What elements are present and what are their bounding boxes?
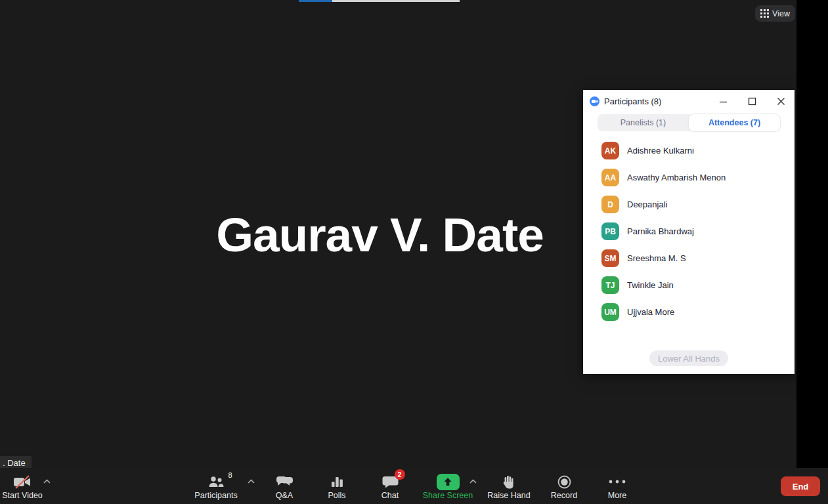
- participants-count-badge: 8: [228, 471, 232, 479]
- participants-tabs: Panelists (1) Attendees (7): [598, 114, 780, 131]
- self-video-name-tag: . Date: [0, 456, 32, 469]
- attendee-avatar: PB: [601, 222, 619, 240]
- maximize-icon[interactable]: [748, 97, 756, 106]
- participants-label: Participants: [194, 491, 237, 500]
- more-label: More: [608, 491, 626, 500]
- zoom-webinar-window: View Gaurav V. Date . Date Participants …: [0, 0, 828, 504]
- tab-panelists[interactable]: Panelists (1): [598, 114, 689, 131]
- attendee-name: Twinkle Jain: [627, 280, 674, 290]
- polls-icon: [331, 476, 343, 488]
- attendee-row[interactable]: UM Ujjvala More: [583, 299, 795, 326]
- record-button[interactable]: Record: [544, 468, 584, 504]
- more-button[interactable]: More: [598, 468, 637, 504]
- view-button-label: View: [772, 9, 790, 18]
- attendee-avatar: UM: [601, 303, 619, 321]
- share-screen-options-chevron[interactable]: [468, 477, 477, 485]
- view-button[interactable]: View: [755, 5, 795, 22]
- start-video-button[interactable]: Start Video: [0, 468, 45, 504]
- attendee-name: Deepanjali: [627, 200, 667, 209]
- share-screen-label: Share Screen: [423, 491, 473, 500]
- close-icon[interactable]: [777, 97, 785, 106]
- raise-hand-label: Raise Hand: [487, 491, 530, 500]
- qa-label: Q&A: [276, 491, 293, 500]
- more-dots-icon: [609, 480, 626, 484]
- lower-all-hands-button[interactable]: Lower All Hands: [649, 350, 728, 366]
- attendee-row[interactable]: AK Adishree Kulkarni: [583, 137, 795, 164]
- chat-button[interactable]: 2 Chat: [370, 468, 410, 504]
- polls-label: Polls: [328, 491, 345, 500]
- window-controls: [719, 97, 785, 106]
- attendee-name: Sreeshma M. S: [627, 253, 686, 263]
- qa-icon: [276, 476, 294, 488]
- attendee-avatar: AK: [601, 142, 619, 159]
- minimize-icon[interactable]: [719, 97, 728, 106]
- attendee-avatar: AA: [601, 169, 619, 186]
- attendee-name: Parnika Bhardwaj: [627, 226, 694, 236]
- attendee-name: Ujjvala More: [627, 307, 674, 317]
- participants-panel-header: Participants (8): [583, 90, 795, 110]
- top-edge-blue-bar: [299, 0, 332, 2]
- qa-button[interactable]: Q&A: [265, 468, 304, 504]
- polls-button[interactable]: Polls: [317, 468, 357, 504]
- attendee-list: AK Adishree Kulkarni AA Aswathy Ambarish…: [583, 137, 795, 326]
- attendee-row[interactable]: AA Aswathy Ambarish Menon: [583, 164, 795, 191]
- record-label: Record: [551, 491, 577, 500]
- record-icon: [557, 475, 571, 489]
- attendee-avatar: SM: [601, 249, 619, 267]
- grid-view-icon: [760, 9, 769, 18]
- chat-label: Chat: [381, 491, 399, 500]
- raise-hand-icon: [502, 475, 515, 489]
- participants-panel-title: Participants (8): [604, 96, 661, 106]
- top-edge-white-bar: [332, 0, 460, 2]
- participants-button[interactable]: 8 Participants: [190, 468, 242, 504]
- attendee-avatar: D: [601, 196, 619, 213]
- raise-hand-button[interactable]: Raise Hand: [483, 468, 535, 504]
- start-video-options-chevron[interactable]: [42, 477, 51, 485]
- attendee-row[interactable]: D Deepanjali: [583, 191, 795, 218]
- participants-panel: Participants (8) Panelists (1) Attendees…: [583, 90, 795, 374]
- attendee-name: Adishree Kulkarni: [627, 146, 694, 156]
- chat-unread-badge: 2: [395, 469, 405, 480]
- share-screen-button[interactable]: Share Screen: [418, 468, 477, 504]
- zoom-app-icon: [590, 96, 599, 106]
- attendee-row[interactable]: PB Parnika Bhardwaj: [583, 218, 795, 245]
- meeting-toolbar: Start Video 8 Participants: [0, 468, 828, 504]
- video-camera-off-icon: [12, 475, 32, 489]
- attendee-name: Aswathy Ambarish Menon: [627, 173, 726, 182]
- tab-attendees[interactable]: Attendees (7): [689, 114, 780, 131]
- participants-options-chevron[interactable]: [246, 477, 255, 485]
- attendee-row[interactable]: TJ Twinkle Jain: [583, 272, 795, 299]
- attendee-row[interactable]: SM Sreeshma M. S: [583, 245, 795, 272]
- participants-icon: [208, 476, 225, 488]
- end-meeting-button[interactable]: End: [781, 476, 820, 496]
- attendee-avatar: TJ: [601, 276, 619, 294]
- share-screen-icon: [437, 474, 460, 490]
- start-video-label: Start Video: [2, 491, 43, 500]
